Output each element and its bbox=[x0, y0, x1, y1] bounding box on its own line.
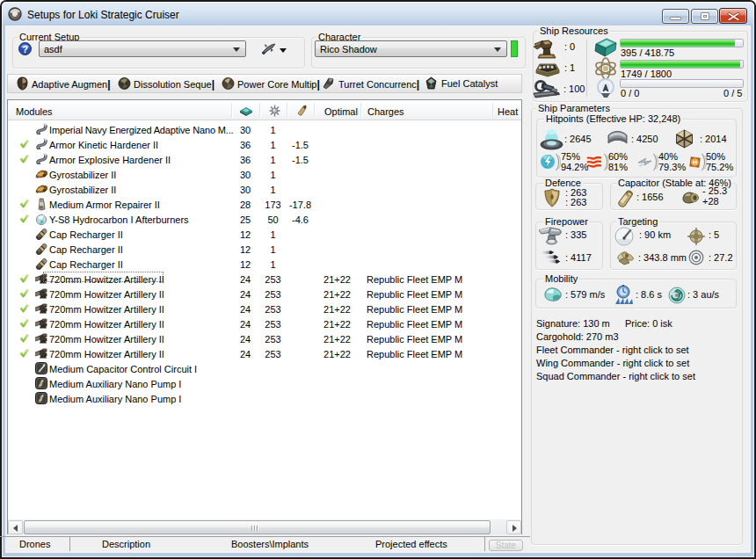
svg-text:?: ? bbox=[22, 44, 28, 54]
